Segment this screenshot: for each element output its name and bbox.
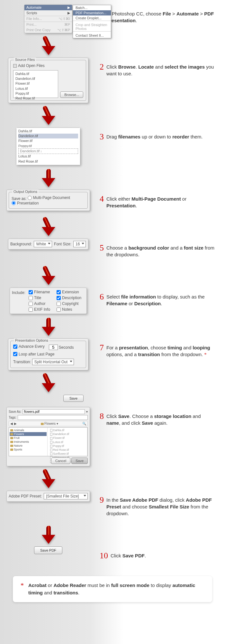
file-icon [50,441,52,444]
folder-icon [10,429,13,431]
check-loop[interactable]: Loop after Last Page [13,352,54,356]
file-listbox[interactable]: Dahlia.tif Dandelion.tif Flower.tif Lotu… [13,70,58,98]
radio-presentation[interactable]: Presentation [12,201,39,205]
step9-text: In the Save Adobe PDF dialog, click Adob… [106,496,215,517]
file-item: Poppy.tif [15,91,56,96]
footnote-star-icon: * [21,582,24,589]
submenu-arrow-icon: ▶ [68,5,70,10]
presentation-options-panel: Presentation Options Advance Every Secon… [8,338,88,370]
menu-scripts[interactable]: Scripts▶ [24,10,72,16]
advance-seconds-input[interactable] [49,345,58,350]
cancel-button[interactable]: Cancel [51,458,70,464]
pdf-preset-dropdown[interactable]: [Smallest File Size] [44,493,88,499]
file-row: Dahlia.tif [50,428,86,432]
check-exif[interactable]: EXIF Info [29,307,50,312]
arrow-icon [0,37,96,56]
browse-button[interactable]: Browse... [60,91,83,98]
folder-row[interactable]: Sports [10,448,47,451]
file-item[interactable]: Poppy.tif [18,144,78,148]
file-row: Poppy.tif [50,444,86,448]
save-button[interactable]: Save [63,395,84,402]
bg-font-panel: Background: White Font Size: 16 [8,239,88,250]
add-open-files-checkbox[interactable]: Add Open Files [13,63,45,68]
file-icon [50,433,52,436]
submenu-arrow-icon: ▶ [68,11,70,15]
file-browser[interactable]: Animals Flowers Fruit Instruments Nature… [9,427,88,456]
folder-row-selected[interactable]: Flowers [10,432,47,436]
check-author[interactable]: Author [29,301,50,306]
fontsize-label: Font Size: [54,242,71,246]
submenu-pdf-presentation[interactable]: PDF Presentation... [73,10,111,15]
folder-icon [10,437,13,439]
search-icon[interactable]: 🔍 [82,422,86,425]
save-button[interactable]: Save [71,458,88,464]
step3-text: Drag filenames up or down to reorder the… [106,133,203,140]
include-panel: Include: Filename Extension Title Descri… [10,288,87,314]
seconds-label: Seconds [59,345,74,350]
nav-back-icon[interactable]: ◀ [10,422,13,425]
dropdown-icon[interactable]: ▾ [86,410,88,413]
arrow-icon [0,526,96,545]
folder-row[interactable]: Animals [10,428,47,432]
check-extension[interactable]: Extension [57,290,81,294]
output-options-title: Output Options [12,190,39,194]
radio-multipage[interactable]: Multi-Page Document [28,195,70,200]
saveas-input[interactable] [22,409,85,414]
folder-row[interactable]: Instruments [10,440,47,444]
file-item[interactable]: Lotus.tif [18,154,78,159]
file-item: Red Rose.tif [15,96,56,101]
folder-row[interactable]: Nature [10,444,47,448]
transition-dropdown[interactable]: Split Horizontal Out [32,359,74,365]
menu-panel: Automate▶ Scripts▶ File Info...⌥⇧⌘I Prin… [24,5,72,33]
nav-fwd-icon[interactable]: ▶ [14,422,17,425]
background-dropdown[interactable]: White [34,241,52,247]
loop-label: Loop after Last Page [19,352,54,356]
check-description[interactable]: Description [57,296,81,300]
submenu-batch[interactable]: Batch... [73,5,111,10]
location-dropdown[interactable]: Flowers [44,422,56,425]
step-number: 7 [100,344,104,352]
arrow-icon [0,318,96,337]
file-item[interactable]: Flower.tif [18,138,78,143]
file-item-selected[interactable]: Dandelion.tif [18,134,78,138]
check-title[interactable]: Title [29,296,50,300]
folder-row[interactable]: Fruit [10,436,47,440]
file-item: Flower.tif [15,81,56,86]
file-row: Dandelion.tif [50,432,86,436]
check-notes[interactable]: Notes [57,307,81,312]
file-item[interactable]: Red Rose.tif [18,159,78,164]
file-item[interactable]: Dahlia.tif [18,129,78,134]
reorder-listbox[interactable]: Dahlia.tif Dandelion.tif Flower.tif Popp… [16,128,80,166]
check-copyright[interactable]: Copyright [57,301,81,306]
menu-print: Print...⌘P [24,22,72,27]
file-icon [50,429,52,432]
folder-icon [10,441,13,443]
step-number: 9 [100,496,104,504]
menu-printone: Print One Copy⌥⇧⌘P [24,27,72,33]
pdf-preset-label: Adobe PDF Preset: [9,494,42,498]
menu-fileinfo: File Info...⌥⇧⌘I [24,16,72,22]
transition-label: Transition: [13,360,31,364]
step7-text: For a presentation, choose timing and lo… [106,344,215,358]
file-icon [50,437,52,440]
check-advance-every[interactable]: Advance Every [13,344,45,349]
arrow-icon [0,267,96,286]
save-pdf-button[interactable]: Save PDF [34,546,62,554]
submenu-crop-straighten: Crop and Straighten Photos [73,22,111,31]
step-number: 3 [100,133,104,141]
submenu-create-droplet[interactable]: Create Droplet... [73,15,111,21]
arrow-icon [0,218,96,237]
step8-text: Click Save. Choose a storage location an… [106,412,215,426]
tags-input[interactable] [18,415,88,420]
fontsize-dropdown[interactable]: 16 [73,241,86,247]
check-filename[interactable]: Filename [29,290,50,294]
menu-scripts-label: Scripts [26,11,37,15]
include-label: Include: [12,290,25,295]
saveas-label: Save As: [9,410,21,413]
menu-print-label: Print... [26,23,37,27]
menu-automate[interactable]: Automate▶ [24,5,72,10]
step-number: 8 [100,412,104,421]
menu-automate-label: Automate [26,5,41,10]
folder-icon [10,433,13,435]
arrow-icon [0,470,96,489]
